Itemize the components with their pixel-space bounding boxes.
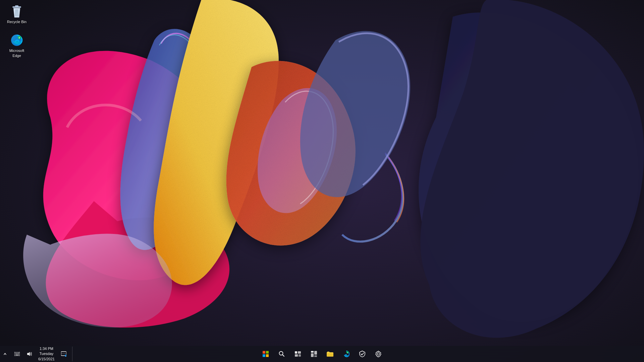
svg-rect-32 xyxy=(18,354,19,355)
file-explorer-button[interactable] xyxy=(323,347,337,361)
security-button[interactable] xyxy=(355,347,370,361)
svg-line-14 xyxy=(282,355,284,356)
search-button[interactable] xyxy=(274,347,289,361)
svg-rect-2 xyxy=(15,5,18,7)
svg-rect-30 xyxy=(15,354,16,355)
task-view-button[interactable] xyxy=(290,347,305,361)
desktop-icons-area: Recycle Bin xyxy=(3,3,30,59)
svg-rect-18 xyxy=(299,354,301,357)
svg-rect-31 xyxy=(16,354,18,355)
desktop: Recycle Bin xyxy=(0,0,644,362)
svg-rect-11 xyxy=(263,354,265,357)
edge-label: Microsoft Edge xyxy=(9,48,24,58)
taskbar: e xyxy=(0,346,644,362)
clock-day: Tuesday xyxy=(40,351,54,356)
svg-rect-20 xyxy=(311,353,314,357)
svg-marker-34 xyxy=(27,352,30,356)
widgets-button[interactable] xyxy=(307,347,321,361)
recycle-bin-icon[interactable]: Recycle Bin xyxy=(3,3,30,25)
svg-rect-19 xyxy=(311,351,314,353)
svg-text:e: e xyxy=(347,352,348,354)
clock-time: 1:34 PM xyxy=(40,346,53,351)
recycle-bin-image xyxy=(10,5,23,18)
svg-rect-29 xyxy=(18,353,19,353)
svg-rect-9 xyxy=(263,351,265,354)
svg-line-3 xyxy=(15,9,16,16)
keyboard-icon[interactable] xyxy=(12,349,22,359)
clock[interactable]: 1:34 PM Tuesday 6/15/2021 xyxy=(36,346,57,362)
svg-rect-12 xyxy=(266,354,269,357)
edge-image: e xyxy=(10,34,23,47)
volume-icon[interactable] xyxy=(24,349,34,359)
start-button[interactable] xyxy=(258,347,273,361)
svg-rect-15 xyxy=(295,351,297,354)
svg-rect-10 xyxy=(266,351,269,354)
clock-date: 6/15/2021 xyxy=(38,357,55,362)
svg-rect-28 xyxy=(17,353,18,353)
svg-rect-33 xyxy=(15,355,19,356)
svg-text:e: e xyxy=(19,37,20,39)
settings-button[interactable] xyxy=(371,347,386,361)
notifications-button[interactable]: 2 xyxy=(59,349,69,359)
svg-line-5 xyxy=(18,9,18,16)
taskbar-center: e xyxy=(258,347,386,361)
recycle-bin-label: Recycle Bin xyxy=(7,19,26,24)
edge-taskbar-button[interactable]: e xyxy=(339,347,354,361)
svg-rect-26 xyxy=(15,353,16,353)
svg-rect-22 xyxy=(314,355,317,357)
svg-rect-17 xyxy=(295,354,298,357)
svg-text:2: 2 xyxy=(65,355,66,357)
show-hidden-icons-button[interactable] xyxy=(0,349,10,359)
svg-rect-16 xyxy=(298,351,301,354)
svg-rect-21 xyxy=(314,351,317,355)
show-desktop-button[interactable] xyxy=(72,347,74,361)
edge-icon[interactable]: e Microsoft Edge xyxy=(3,32,30,59)
svg-rect-27 xyxy=(16,353,17,353)
wallpaper xyxy=(0,0,644,362)
system-tray: 1:34 PM Tuesday 6/15/2021 2 xyxy=(0,346,74,362)
